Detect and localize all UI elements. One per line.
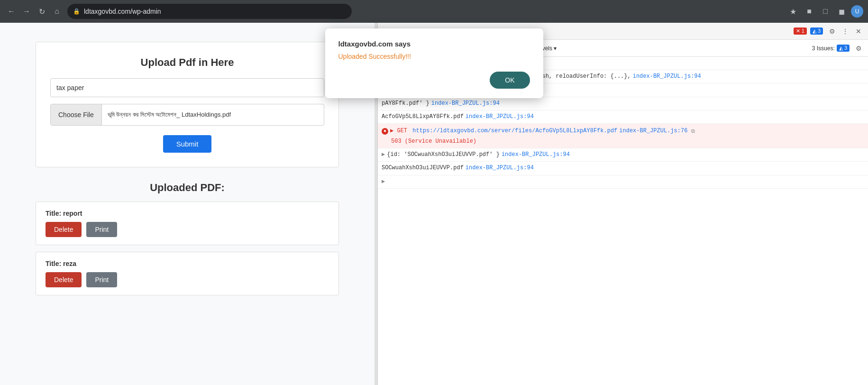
dialog-overlay: ldtaxgovbd.com says Uploaded Successfull… xyxy=(0,0,868,385)
alert-dialog: ldtaxgovbd.com says Uploaded Successfull… xyxy=(325,28,543,98)
dialog-message: Uploaded Successfully!!! xyxy=(338,53,530,60)
dialog-title: ldtaxgovbd.com says xyxy=(338,40,530,48)
dialog-ok-button[interactable]: OK xyxy=(490,72,530,89)
dialog-footer: OK xyxy=(338,72,530,89)
